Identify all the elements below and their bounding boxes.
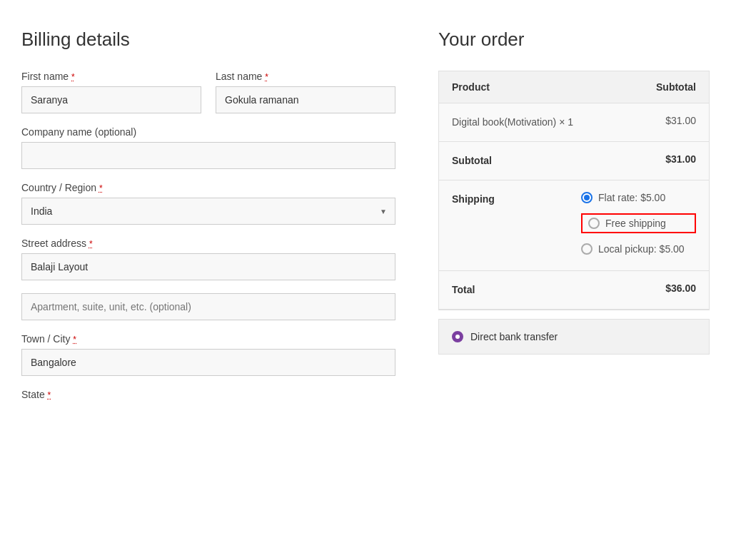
free-shipping-label: Free shipping	[605, 218, 666, 229]
subtotal-amount: $31.00	[625, 153, 696, 165]
order-title: Your order	[438, 29, 710, 51]
shipping-label: Shipping	[452, 192, 567, 207]
col-subtotal-header: Subtotal	[625, 81, 696, 93]
order-table: Product Subtotal Digital book(Motivation…	[438, 71, 710, 310]
shipping-options: Flat rate: $5.00 Free shipping Local pic…	[581, 192, 696, 259]
apt-group	[21, 293, 395, 320]
page-layout: Billing details First name * Last name *…	[21, 29, 710, 413]
flat-rate-label: Flat rate: $5.00	[598, 192, 665, 203]
local-pickup-radio-icon	[581, 243, 593, 255]
shipping-row: Shipping Flat rate: $5.00 Free shipping	[439, 180, 709, 271]
col-product-header: Product	[452, 81, 625, 93]
product-name: Digital book(Motivation) × 1	[452, 115, 625, 130]
country-select[interactable]: India United States United Kingdom	[21, 198, 395, 225]
payment-method-label: Direct bank transfer	[470, 331, 558, 342]
city-input[interactable]	[21, 349, 395, 376]
first-name-group: First name *	[21, 71, 201, 113]
order-section: Your order Product Subtotal Digital book…	[438, 29, 710, 413]
payment-radio-icon	[452, 331, 463, 342]
total-row: Total $36.00	[439, 271, 709, 310]
payment-method[interactable]: Direct bank transfer	[438, 319, 710, 355]
street-input[interactable]	[21, 253, 395, 280]
billing-section: Billing details First name * Last name *…	[21, 29, 395, 413]
state-label: State *	[21, 389, 395, 400]
first-name-label: First name *	[21, 71, 201, 82]
country-label: Country / Region *	[21, 182, 395, 193]
last-name-group: Last name *	[216, 71, 395, 113]
company-label: Company name (optional)	[21, 126, 395, 138]
free-shipping-radio-icon	[588, 218, 600, 229]
country-group: Country / Region * India United States U…	[21, 182, 395, 225]
order-table-header: Product Subtotal	[439, 71, 709, 103]
product-row: Digital book(Motivation) × 1 $31.00	[439, 103, 709, 142]
flat-rate-option[interactable]: Flat rate: $5.00	[581, 192, 696, 203]
free-shipping-option[interactable]: Free shipping	[581, 213, 696, 233]
flat-rate-radio-icon	[581, 192, 593, 203]
local-pickup-option[interactable]: Local pickup: $5.00	[581, 243, 696, 255]
company-group: Company name (optional)	[21, 126, 395, 169]
apt-input[interactable]	[21, 293, 395, 320]
total-label: Total	[452, 282, 625, 297]
total-amount: $36.00	[625, 282, 696, 294]
state-group: State *	[21, 389, 395, 400]
company-input[interactable]	[21, 142, 395, 169]
street-label: Street address *	[21, 238, 395, 249]
street-group: Street address *	[21, 238, 395, 280]
shipping-options-container: Flat rate: $5.00 Free shipping Local pic…	[567, 192, 696, 259]
last-name-input[interactable]	[216, 86, 395, 113]
city-group: Town / City *	[21, 333, 395, 376]
billing-title: Billing details	[21, 29, 395, 51]
local-pickup-label: Local pickup: $5.00	[598, 243, 685, 255]
last-name-label: Last name *	[216, 71, 395, 82]
city-label: Town / City *	[21, 333, 395, 345]
first-name-input[interactable]	[21, 86, 201, 113]
product-amount: $31.00	[625, 115, 696, 126]
name-row: First name * Last name *	[21, 71, 395, 113]
subtotal-label: Subtotal	[452, 153, 625, 168]
subtotal-row: Subtotal $31.00	[439, 142, 709, 180]
country-select-wrapper: India United States United Kingdom	[21, 198, 395, 225]
